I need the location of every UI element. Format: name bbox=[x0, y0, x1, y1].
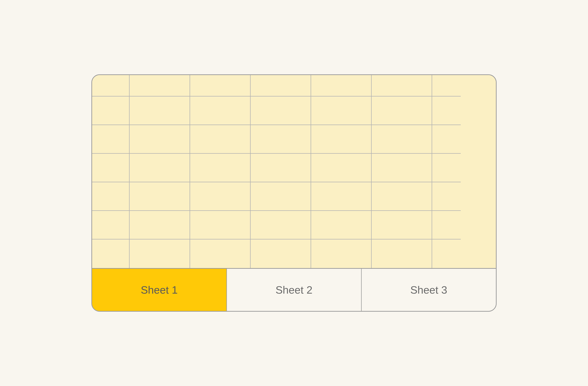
sheet-tab-1[interactable]: Sheet 1 bbox=[92, 269, 227, 311]
grid-cell[interactable] bbox=[92, 211, 130, 239]
grid-cell[interactable] bbox=[372, 239, 432, 268]
grid-cell[interactable] bbox=[130, 125, 190, 154]
grid-cell[interactable] bbox=[92, 125, 130, 154]
grid-cell[interactable] bbox=[251, 125, 311, 154]
grid-cell[interactable] bbox=[92, 239, 130, 268]
spreadsheet-grid[interactable] bbox=[92, 75, 496, 268]
sheet-tab-label: Sheet 2 bbox=[276, 284, 313, 296]
grid-cell[interactable] bbox=[92, 75, 130, 96]
grid-cell[interactable] bbox=[372, 75, 432, 96]
grid-cell[interactable] bbox=[130, 96, 190, 125]
grid-cell[interactable] bbox=[190, 125, 251, 154]
sheet-tab-2[interactable]: Sheet 2 bbox=[227, 269, 362, 311]
grid-cell[interactable] bbox=[311, 239, 372, 268]
sheet-tabs-bar: Sheet 1 Sheet 2 Sheet 3 bbox=[92, 268, 496, 311]
grid-cell[interactable] bbox=[251, 211, 311, 239]
sheet-tab-label: Sheet 3 bbox=[410, 284, 447, 296]
grid-cell[interactable] bbox=[251, 96, 311, 125]
grid-cell[interactable] bbox=[432, 182, 461, 211]
grid-cell[interactable] bbox=[251, 154, 311, 182]
grid-cell[interactable] bbox=[432, 125, 461, 154]
grid-cell[interactable] bbox=[251, 75, 311, 96]
grid-cell[interactable] bbox=[311, 211, 372, 239]
grid-cell[interactable] bbox=[130, 154, 190, 182]
grid-cell[interactable] bbox=[432, 211, 461, 239]
grid-cell[interactable] bbox=[130, 239, 190, 268]
grid-cell[interactable] bbox=[372, 96, 432, 125]
grid-cell[interactable] bbox=[311, 154, 372, 182]
grid-cell[interactable] bbox=[311, 125, 372, 154]
grid-cell[interactable] bbox=[372, 211, 432, 239]
grid-cell[interactable] bbox=[92, 96, 130, 125]
grid-cell[interactable] bbox=[92, 182, 130, 211]
grid-cell[interactable] bbox=[92, 154, 130, 182]
grid-cell[interactable] bbox=[432, 154, 461, 182]
spreadsheet-window: Sheet 1 Sheet 2 Sheet 3 bbox=[91, 74, 497, 312]
grid-cell[interactable] bbox=[311, 182, 372, 211]
grid-cell[interactable] bbox=[372, 154, 432, 182]
grid-cell[interactable] bbox=[130, 182, 190, 211]
sheet-tab-label: Sheet 1 bbox=[141, 284, 178, 296]
sheet-tab-3[interactable]: Sheet 3 bbox=[362, 269, 496, 311]
grid-cell[interactable] bbox=[130, 75, 190, 96]
grid-cell[interactable] bbox=[251, 182, 311, 211]
grid-cell[interactable] bbox=[251, 239, 311, 268]
grid-cell[interactable] bbox=[190, 96, 251, 125]
grid-cell[interactable] bbox=[432, 239, 461, 268]
grid-cell[interactable] bbox=[190, 75, 251, 96]
grid-cell[interactable] bbox=[190, 211, 251, 239]
grid-cell[interactable] bbox=[130, 211, 190, 239]
grid-cell[interactable] bbox=[311, 96, 372, 125]
grid-cell[interactable] bbox=[190, 182, 251, 211]
grid-cell[interactable] bbox=[190, 154, 251, 182]
grid-cell[interactable] bbox=[372, 182, 432, 211]
grid-cell[interactable] bbox=[311, 75, 372, 96]
grid-cell[interactable] bbox=[190, 239, 251, 268]
grid-cell[interactable] bbox=[372, 125, 432, 154]
grid-cell[interactable] bbox=[432, 75, 461, 96]
grid-cell[interactable] bbox=[432, 96, 461, 125]
